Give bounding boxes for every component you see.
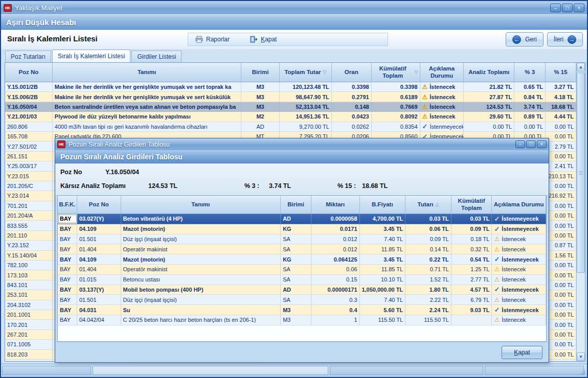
modal-row[interactable]: BAY04.109Mazot (motorin)KG0.01713.45 TL0… — [58, 224, 546, 234]
main-col-birimi[interactable]: Birimi — [241, 63, 280, 82]
modal-col-bfk[interactable]: B.F.K. — [58, 196, 77, 214]
sort-desc-icon: ▽ — [415, 69, 418, 75]
kapat-toolbar-button[interactable]: Kapat — [250, 36, 277, 43]
main-col-toplam_tutar[interactable]: Toplam Tutar▽ — [280, 63, 332, 82]
modal-row[interactable]: BAY01.404Operatör makinistSA0.01211.85 T… — [58, 244, 546, 254]
main-cell-p15: 0.00 TL — [546, 181, 576, 191]
main-cell-tanimi: Makine ile her derinlik ve her genişlikt… — [53, 82, 241, 91]
main-col-poz_no[interactable]: Poz No — [5, 63, 53, 82]
main-cell-analiz: 27.87 TL — [464, 92, 514, 101]
main-col-kumulatif[interactable]: Kümülatif Toplam▽ — [372, 63, 420, 82]
modal-row[interactable]: BAY04.109Mazot (motorin)KG0.0641253.45 T… — [58, 254, 546, 265]
main-col-tanimi[interactable]: Tanımı — [53, 63, 241, 82]
tab-girdiler-listesi[interactable]: Girdiler Listesi — [131, 51, 182, 62]
main-col-oran[interactable]: Oran — [332, 63, 372, 82]
modal-col-tanimi[interactable]: Tanımı — [121, 196, 281, 214]
main-cell-poz_no: Y.27.501/02 — [5, 141, 53, 151]
modal-cell-bfiyat: 7.40 TL — [360, 295, 406, 304]
main-cell-kumulatif: 0.6189 — [372, 92, 420, 101]
durum-label: İstenmeyecek — [502, 226, 538, 232]
app-icon: HK — [4, 4, 12, 12]
modal-cell-tanimi: Operatör makinist — [121, 265, 281, 274]
vertical-scrollbar[interactable]: ▲ ▼ — [576, 63, 585, 361]
modal-close-button[interactable]: × — [537, 140, 547, 148]
scroll-up-button[interactable]: ▲ — [577, 63, 585, 72]
modal-row[interactable]: BAY01.501Düz işçi (inşaat işçisi)SA0.012… — [58, 234, 546, 245]
main-cell-p15: 0.00 TL — [546, 211, 576, 220]
modal-cell-miktar: 0.15 — [311, 275, 360, 285]
durum-label: İstenmeyecek — [502, 287, 538, 293]
modal-col-durum[interactable]: Açıklama Durumu — [492, 196, 546, 214]
modal-banner: Pozun Sıralı Analiz Girdileri Tablosu — [55, 150, 549, 163]
p15-label: % 15 : — [337, 182, 356, 190]
main-col-analiz[interactable]: Analiz Toplamı — [464, 63, 514, 82]
modal-row[interactable]: BAY04.042/04C 20/25 beton harcı hazır be… — [58, 315, 546, 325]
modal-row[interactable]: BAY01.015Betoncu ustasıSA0.1510.10 TL1.5… — [58, 275, 546, 285]
tab-poz-tutarlari[interactable]: Poz Tutarları — [5, 51, 51, 62]
section-strip: Sıralı İş Kalemleri Listesi Raporlar Kap… — [1, 30, 587, 49]
main-col-p3[interactable]: % 3 — [514, 63, 546, 82]
modal-col-kumulatif[interactable]: Kümülatif Toplam — [451, 196, 492, 214]
main-cell-p15: 0.00 TL — [546, 350, 576, 359]
main-cell-p3: 0.65 TL — [514, 82, 546, 91]
close-button[interactable]: × — [574, 4, 584, 12]
modal-row[interactable]: BAY01.404Operatör makinistSA0.0611.85 TL… — [58, 265, 546, 275]
main-col-label: Tanımı — [138, 69, 156, 76]
modal-cell-birimi: M3 — [281, 305, 311, 315]
modal-row[interactable]: BAY03.137(Y)Mobil beton pompası (400 HP)… — [58, 285, 546, 295]
ileri-button[interactable]: İleri → — [547, 32, 583, 46]
modal-col-birimi[interactable]: Birimi — [281, 196, 311, 214]
modal-col-tutar[interactable]: Tutarı△ — [405, 196, 451, 214]
geri-button[interactable]: ← Geri — [506, 32, 544, 46]
modal-cell-tanimi: C 20/25 beton harcı hazır beton harçları… — [121, 315, 281, 325]
modal-col-poz_no[interactable]: Poz No — [77, 196, 121, 214]
modal-row[interactable]: BAY01.501Düz işçi (inşaat işçisi)SA0.37.… — [58, 295, 546, 305]
modal-cell-bfk: BAY — [58, 224, 77, 234]
modal-table: B.F.K.Poz NoTanımıBirimiMiktarıB.FiyatıT… — [57, 195, 547, 342]
main-row[interactable]: Y.15.006/2BMakine ile her derinlik ve he… — [5, 92, 576, 102]
modal-row[interactable]: BAY03.027(Y)Beton vibratörü (4 HP)AD0.00… — [58, 214, 546, 224]
main-row[interactable]: Y.21.001/03Plywood ile düz yüzeyli beton… — [5, 112, 576, 122]
main-cell-kumulatif: 0.3398 — [372, 82, 420, 91]
main-row[interactable]: 260.8064000 m3/h tavan tipi ısı geri kaz… — [5, 122, 576, 132]
main-col-p15[interactable]: % 15 — [546, 63, 576, 82]
minimize-button[interactable]: – — [550, 4, 561, 12]
main-cell-oran: 0.2791 — [332, 92, 372, 101]
main-cell-poz_no: 165.708 — [5, 132, 53, 141]
modal-cell-kumulatif: 1.25 TL — [451, 265, 492, 274]
durum-label: İstenmeyecek — [502, 256, 538, 263]
main-cell-p15: 2.79 TL — [546, 141, 576, 151]
modal-maximize-button[interactable]: □ — [526, 140, 536, 148]
modal-row[interactable]: BAY04.031SuM30.45.60 TL2.24 TL9.03 TL✓İs… — [58, 305, 546, 315]
modal-col-bfiyat[interactable]: B.Fiyatı — [360, 196, 406, 214]
modal-minimize-button[interactable]: – — [515, 140, 525, 148]
warning-icon: ⚠ — [422, 93, 428, 101]
main-col-label: % 15 — [554, 69, 567, 76]
main-col-label: Açıklama Durumu — [422, 65, 462, 79]
check-icon: ✓ — [494, 215, 500, 223]
modal-kapat-button[interactable]: Kapat — [502, 346, 542, 359]
main-cell-p15: 0.00 TL — [546, 201, 576, 210]
modal-cell-birimi: SA — [281, 265, 311, 274]
status-panel-3 — [330, 366, 483, 375]
modal-cell-bfiyat: 4,700.00 TL — [360, 214, 406, 224]
main-cell-oran: 0.0262 — [332, 122, 372, 131]
maximize-button[interactable]: □ — [562, 4, 573, 12]
main-row[interactable]: Y.15.001/2BMakine ile her derinlik ve he… — [5, 82, 576, 92]
modal-col-miktar[interactable]: Miktarı — [311, 196, 360, 214]
main-row[interactable]: Y.16.050/04Beton santralinde üretilen ve… — [5, 102, 576, 112]
main-cell-p15: 0.00 TL — [546, 300, 576, 310]
modal-cell-tutar: 1.52 TL — [405, 275, 451, 285]
page-banner: Aşırı Düşük Hesabı — [1, 14, 587, 30]
resize-grip[interactable] — [580, 370, 585, 375]
durum-label: İstenmeyecek — [502, 307, 538, 313]
modal-cell-bfiyat: 10.10 TL — [360, 275, 406, 285]
main-cell-birimi: AD — [241, 122, 280, 131]
main-col-durum[interactable]: Açıklama Durumu — [420, 63, 464, 82]
scrollbar-thumb[interactable] — [577, 73, 585, 273]
raporlar-button[interactable]: Raporlar — [195, 36, 230, 43]
durum-label: İstenecek — [502, 317, 526, 323]
scroll-down-button[interactable]: ▼ — [577, 352, 585, 361]
tab-sirali-is-kalemleri[interactable]: Sıralı İş Kalemleri Listesi — [52, 50, 130, 62]
main-cell-poz_no: 833.555 — [5, 221, 53, 230]
